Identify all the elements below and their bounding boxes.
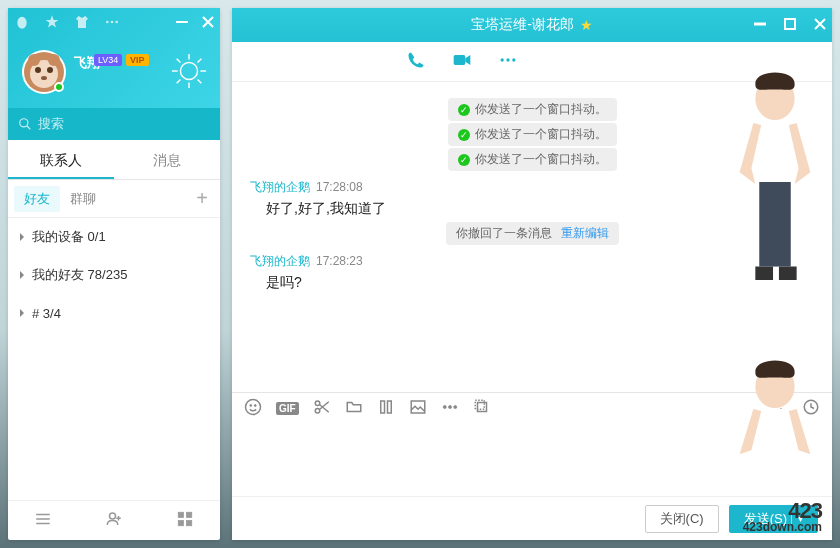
svg-point-35 bbox=[250, 404, 252, 406]
list-item-label: 我的好友 78/235 bbox=[32, 266, 127, 284]
svg-point-37 bbox=[315, 401, 320, 406]
minimize-icon[interactable] bbox=[176, 14, 188, 32]
svg-rect-29 bbox=[785, 19, 795, 29]
chevron-right-icon bbox=[18, 271, 26, 279]
add-contact-icon[interactable] bbox=[105, 510, 123, 532]
image-icon[interactable] bbox=[409, 398, 427, 420]
svg-point-38 bbox=[315, 408, 320, 413]
svg-point-1 bbox=[106, 21, 109, 24]
svg-line-19 bbox=[198, 59, 202, 63]
svg-point-32 bbox=[506, 58, 509, 61]
system-nudge: ✓你发送了一个窗口抖动。 bbox=[448, 148, 617, 171]
svg-point-3 bbox=[115, 21, 118, 24]
svg-rect-4 bbox=[176, 21, 188, 23]
check-icon: ✓ bbox=[458, 104, 470, 116]
svg-rect-45 bbox=[477, 402, 486, 411]
apps-icon[interactable] bbox=[176, 510, 194, 532]
star-icon[interactable] bbox=[44, 14, 60, 34]
svg-point-21 bbox=[20, 119, 28, 127]
recall-notice: 你撤回了一条消息重新编辑 bbox=[446, 222, 619, 245]
avatar[interactable] bbox=[22, 50, 66, 94]
more-icon[interactable] bbox=[498, 50, 518, 74]
svg-point-44 bbox=[453, 405, 456, 408]
svg-rect-27 bbox=[186, 520, 191, 525]
svg-point-2 bbox=[111, 21, 114, 24]
video-icon[interactable] bbox=[452, 50, 472, 74]
svg-point-33 bbox=[512, 58, 515, 61]
svg-rect-39 bbox=[380, 401, 384, 413]
contact-list: 我的设备 0/1 我的好友 78/235 # 3/4 bbox=[8, 218, 220, 500]
svg-point-42 bbox=[443, 405, 446, 408]
scissors-icon[interactable] bbox=[313, 398, 331, 420]
tab-contacts[interactable]: 联系人 bbox=[8, 140, 114, 179]
weather-icon[interactable] bbox=[170, 52, 208, 90]
svg-rect-28 bbox=[754, 23, 766, 25]
subtab-groups[interactable]: 群聊 bbox=[60, 186, 106, 212]
list-item[interactable]: 我的设备 0/1 bbox=[8, 218, 220, 256]
chat-header: 宝塔运维-谢花郎 ★ bbox=[232, 8, 832, 42]
status-dot bbox=[54, 82, 64, 92]
svg-point-7 bbox=[35, 67, 41, 73]
subtab-friends[interactable]: 好友 bbox=[14, 186, 60, 212]
chevron-right-icon bbox=[18, 233, 26, 241]
chat-window: 宝塔运维-谢花郎 ★ ✓你发送了一个窗口抖动。 ✓你发送了一个窗口抖动。 ✓你发… bbox=[232, 8, 832, 540]
svg-rect-30 bbox=[454, 55, 466, 65]
search-placeholder: 搜索 bbox=[38, 115, 64, 133]
system-nudge: ✓你发送了一个窗口抖动。 bbox=[448, 123, 617, 146]
maximize-icon[interactable] bbox=[784, 17, 796, 33]
close-icon[interactable] bbox=[202, 14, 214, 32]
persona-avatar bbox=[716, 352, 834, 494]
emoji-icon[interactable] bbox=[244, 398, 262, 420]
gif-icon[interactable]: GIF bbox=[276, 402, 299, 415]
svg-rect-40 bbox=[387, 401, 391, 413]
contacts-panel: 飞翔 LV34 VIP 搜索 联系人 消息 好友 群聊 + 我的设备 0/1 我… bbox=[8, 8, 220, 540]
close-button[interactable]: 关闭(C) bbox=[645, 505, 719, 533]
recall-edit-link[interactable]: 重新编辑 bbox=[561, 225, 609, 242]
level-badge: LV34 bbox=[94, 54, 122, 66]
svg-rect-49 bbox=[759, 182, 790, 267]
check-icon: ✓ bbox=[458, 154, 470, 166]
folder-icon[interactable] bbox=[345, 398, 363, 420]
svg-point-11 bbox=[48, 54, 60, 66]
svg-rect-24 bbox=[178, 512, 183, 517]
svg-point-8 bbox=[47, 67, 53, 73]
watermark: 423423down.com bbox=[743, 498, 822, 534]
svg-rect-46 bbox=[475, 400, 484, 409]
left-footer bbox=[8, 500, 220, 540]
check-icon: ✓ bbox=[458, 129, 470, 141]
svg-point-9 bbox=[41, 76, 47, 80]
svg-point-12 bbox=[180, 62, 197, 79]
svg-line-17 bbox=[177, 59, 181, 63]
svg-point-10 bbox=[28, 54, 40, 66]
svg-rect-25 bbox=[186, 512, 191, 517]
persona-avatar bbox=[716, 64, 834, 284]
left-header: 飞翔 LV34 VIP bbox=[8, 8, 220, 108]
shirt-icon[interactable] bbox=[74, 14, 90, 34]
penguin-icon[interactable] bbox=[14, 14, 30, 34]
tab-messages[interactable]: 消息 bbox=[114, 140, 220, 179]
dots-icon[interactable] bbox=[104, 14, 120, 34]
vip-badge: VIP bbox=[126, 54, 149, 66]
list-item-label: 我的设备 0/1 bbox=[32, 228, 106, 246]
sub-tabs: 好友 群聊 + bbox=[8, 180, 220, 218]
svg-line-20 bbox=[177, 80, 181, 84]
vip-star-icon: ★ bbox=[580, 17, 593, 33]
list-item[interactable]: # 3/4 bbox=[8, 294, 220, 332]
search-input[interactable]: 搜索 bbox=[8, 108, 220, 140]
chevron-right-icon bbox=[18, 309, 26, 317]
svg-point-34 bbox=[246, 399, 261, 414]
svg-point-36 bbox=[254, 404, 256, 406]
shake-icon[interactable] bbox=[473, 398, 491, 420]
add-button[interactable]: + bbox=[196, 187, 214, 210]
call-icon[interactable] bbox=[406, 50, 426, 74]
dots-icon[interactable] bbox=[441, 398, 459, 420]
svg-line-18 bbox=[198, 80, 202, 84]
minimize-icon[interactable] bbox=[754, 17, 766, 33]
svg-point-0 bbox=[17, 17, 26, 29]
list-item[interactable]: 我的好友 78/235 bbox=[8, 256, 220, 294]
svg-point-31 bbox=[501, 58, 504, 61]
menu-icon[interactable] bbox=[34, 510, 52, 532]
tool-icon[interactable] bbox=[377, 398, 395, 420]
system-nudge: ✓你发送了一个窗口抖动。 bbox=[448, 98, 617, 121]
close-icon[interactable] bbox=[814, 17, 826, 33]
